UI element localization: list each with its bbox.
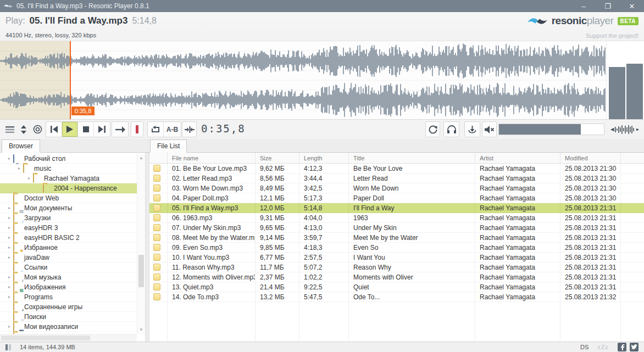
scrollbar-thumb[interactable] xyxy=(1,336,90,340)
volume-slider[interactable] xyxy=(498,124,604,135)
panel-splitter[interactable] xyxy=(145,153,149,342)
table-row[interactable]: 11. Reason Why.mp311,7 МБ5:07,2Reason Wh… xyxy=(149,262,644,272)
tab-file-list[interactable]: File List xyxy=(150,139,187,153)
cell-title: I Want You xyxy=(349,253,475,262)
expander-icon[interactable]: ▸ xyxy=(5,225,13,230)
tree-item[interactable]: ▸music xyxy=(0,164,137,174)
ab-loop-button[interactable]: A-B xyxy=(164,122,181,137)
tree-item[interactable]: ▪Сохраненные игры xyxy=(0,302,137,312)
tree-item[interactable]: ▸Programs xyxy=(0,292,137,302)
expander-icon[interactable]: ▸ xyxy=(5,205,13,210)
ds-indicator[interactable]: DS xyxy=(580,344,589,350)
expander-icon[interactable]: ▸ xyxy=(5,156,13,161)
expander-icon[interactable]: ▸ xyxy=(25,176,33,181)
play-button[interactable] xyxy=(62,122,78,137)
tab-browser[interactable]: Browser xyxy=(2,139,40,153)
expander-icon[interactable]: ▸ xyxy=(5,245,13,250)
continue-mode-button[interactable] xyxy=(112,121,129,137)
expander-icon[interactable]: ▸ xyxy=(5,255,13,260)
tree-item[interactable]: ▸♪Моя музыка xyxy=(0,272,137,282)
cell-modified: 25.08.2013 21:31 xyxy=(560,282,621,292)
column-header[interactable]: Size xyxy=(256,153,299,163)
column-header[interactable]: File name xyxy=(168,153,256,163)
expander-icon[interactable]: ▸ xyxy=(5,275,13,280)
cell-file: 11. Reason Why.mp3 xyxy=(168,262,256,272)
expander-icon[interactable]: ▸ xyxy=(15,166,23,171)
table-row[interactable]: 08. Meet Me by the Water.mp39,14 МБ3:59,… xyxy=(149,233,644,243)
waveform-zoom-button[interactable] xyxy=(609,121,641,137)
next-track-button[interactable] xyxy=(94,122,110,137)
sleep-mode-indicator[interactable]: zZz xyxy=(597,344,609,350)
stop-button[interactable] xyxy=(78,122,94,137)
expander-icon[interactable]: ▸ xyxy=(5,215,13,220)
table-row[interactable]: 07. Under My Skin.mp39,65 МБ4:13,0Under … xyxy=(149,223,644,233)
tree-item[interactable]: ▸▬Мои видеозаписи xyxy=(0,322,137,332)
facebook-button[interactable] xyxy=(618,343,626,351)
column-header[interactable]: Artist xyxy=(475,153,560,163)
twitter-button[interactable] xyxy=(630,343,639,351)
tree-item[interactable]: 2004 - Happenstance xyxy=(0,183,137,193)
tree-horizontal-scrollbar[interactable] xyxy=(0,334,137,342)
tree-item[interactable]: ▸▦Изображения xyxy=(0,282,137,292)
tree-item[interactable]: ▸Rachael Yamagata xyxy=(0,174,137,183)
table-row[interactable]: 12. Moments with Oliver.mp32,37 МБ1:02,2… xyxy=(149,272,644,282)
table-row[interactable]: 14. Ode To.mp313,2 МБ5:47,5Ode To...Rach… xyxy=(149,292,644,302)
beta-badge: BETA xyxy=(618,17,639,25)
tree-item[interactable]: ▸easyHDR 3 xyxy=(0,223,137,233)
waveform-display[interactable]: 0:35,8 xyxy=(0,41,606,119)
table-row[interactable]: 06. 1963.mp39,31 МБ4:04,01963Rachael Yam… xyxy=(149,213,644,223)
playlist-menu-button[interactable] xyxy=(3,121,17,137)
table-row[interactable]: 01. Be Be Your Love.mp39,62 МБ4:12,3Be B… xyxy=(149,164,644,174)
waveform-area[interactable]: 0:35,8 xyxy=(0,41,644,120)
replay-button[interactable] xyxy=(425,121,440,137)
column-header[interactable] xyxy=(621,153,644,163)
column-header[interactable]: Title xyxy=(349,153,475,163)
mute-button[interactable] xyxy=(482,121,497,137)
table-row[interactable]: 13. Quiet.mp321,4 МБ9:22,5QuietRachael Y… xyxy=(149,282,644,292)
tree-item[interactable]: ▸↓Загрузки xyxy=(0,213,137,223)
expander-icon[interactable]: ▸ xyxy=(5,324,13,329)
sort-order-button[interactable] xyxy=(19,121,29,137)
minimize-button[interactable]: – xyxy=(571,2,596,10)
expander-icon[interactable]: ▸ xyxy=(5,294,13,299)
tree-item[interactable]: ▸Рабочий стол xyxy=(0,154,137,164)
seek-to-playhead-button[interactable] xyxy=(182,121,197,137)
tree-item[interactable]: ▸★Избранное xyxy=(0,243,137,253)
tree-vertical-scrollbar[interactable]: ▲ ▼ xyxy=(137,154,145,334)
cell-length: 4:18,3 xyxy=(299,243,349,253)
table-row[interactable]: 03. Worn Me Down.mp38,49 МБ3:42,5Worn Me… xyxy=(149,183,644,193)
loop-button[interactable] xyxy=(148,122,164,137)
tree-item[interactable]: ▸▤Мои документы xyxy=(0,203,137,213)
tree-item[interactable]: Doctor Web xyxy=(0,193,137,203)
cell-file: 08. Meet Me by the Water.mp3 xyxy=(168,233,256,243)
table-row[interactable]: 09. Even So.mp39,85 МБ4:18,3Even SoRacha… xyxy=(149,243,644,253)
maximize-button[interactable]: ❐ xyxy=(596,2,620,10)
tree-item[interactable]: ▸javaDaw xyxy=(0,253,137,262)
table-row[interactable]: 02. Letter Read.mp38,56 МБ3:44,4Letter R… xyxy=(149,174,644,183)
scrollbar-thumb[interactable] xyxy=(138,255,144,287)
stop-after-track-button[interactable] xyxy=(131,121,143,137)
previous-track-button[interactable] xyxy=(46,122,62,137)
folder-image-icon: ▦ xyxy=(13,283,24,291)
support-link[interactable]: Support the project! xyxy=(586,32,639,39)
tree-item[interactable]: ▸easyHDR BASIC 2 xyxy=(0,233,137,243)
scroll-down-icon[interactable]: ▼ xyxy=(137,327,145,332)
table-row[interactable]: 10. I Want You.mp36,77 МБ2:57,5I Want Yo… xyxy=(149,253,644,262)
expander-icon[interactable]: ▸ xyxy=(5,284,13,289)
tree-item[interactable]: ○Поиски xyxy=(0,312,137,322)
headphones-button[interactable] xyxy=(443,121,459,137)
close-button[interactable]: ✕ xyxy=(620,2,644,10)
column-header[interactable] xyxy=(149,153,168,163)
scroll-up-icon[interactable]: ▲ xyxy=(137,155,145,160)
column-header[interactable]: Modified xyxy=(560,153,621,163)
previous-icon xyxy=(51,126,58,133)
table-row[interactable]: 05. I'll Find a Way.mp312,0 МБ5:14,8I'll… xyxy=(149,203,644,213)
track-focus-button[interactable] xyxy=(30,121,45,137)
file-type-icon xyxy=(149,262,168,272)
download-button[interactable] xyxy=(464,121,480,137)
column-header[interactable]: Length xyxy=(299,153,349,163)
expander-icon[interactable]: ▸ xyxy=(5,235,13,240)
file-type-icon xyxy=(149,174,168,183)
tree-item[interactable]: →Ссылки xyxy=(0,262,137,272)
table-row[interactable]: 04. Paper Doll.mp312,1 МБ5:17,3Paper Dol… xyxy=(149,193,644,203)
